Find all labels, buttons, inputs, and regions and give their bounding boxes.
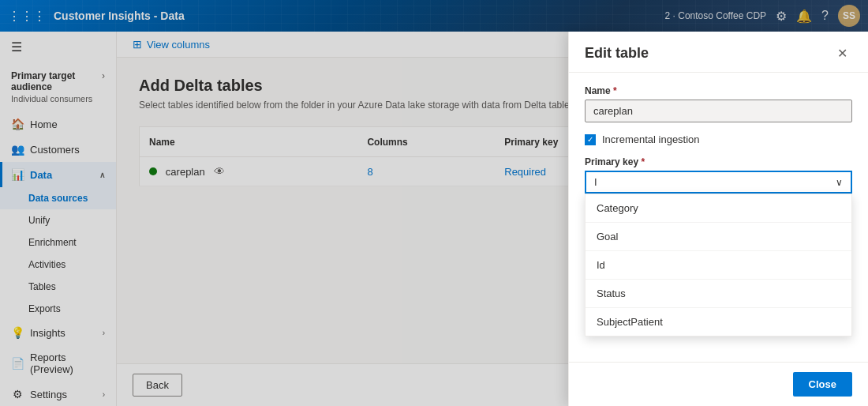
back-button[interactable]: Back xyxy=(133,374,182,397)
data-icon: 📊 xyxy=(11,168,24,181)
sidebar-item-unify[interactable]: Unify xyxy=(0,209,116,231)
settings-icon[interactable]: ⚙ xyxy=(776,9,787,24)
primary-key-search-input[interactable] xyxy=(594,176,836,188)
sidebar-item-reports[interactable]: 📄 Reports (Preview) xyxy=(0,345,116,382)
sidebar-item-data-sources[interactable]: Data sources xyxy=(0,187,116,209)
sidebar-item-customers[interactable]: 👥 Customers xyxy=(0,137,116,162)
primary-key-dropdown: ∨ Category Goal Id Status SubjectPatient xyxy=(585,171,852,194)
grid-icon[interactable]: ⋮⋮⋮ xyxy=(8,9,46,24)
customers-icon: 👥 xyxy=(11,143,24,156)
insights-arrow-icon: › xyxy=(103,329,105,337)
sidebar: ☰ › Primary target audience Individual c… xyxy=(0,32,117,406)
help-icon[interactable]: ? xyxy=(821,9,829,23)
primary-target-title: Primary target audience xyxy=(11,70,105,92)
dropdown-input-row[interactable]: ∨ xyxy=(585,171,852,194)
row-columns: 8 xyxy=(357,157,495,186)
sidebar-item-home-label: Home xyxy=(30,118,58,130)
close-panel-button[interactable]: ✕ xyxy=(832,44,852,62)
sidebar-sub-label-activities: Activities xyxy=(28,259,65,270)
sidebar-sub-label-unify: Unify xyxy=(28,215,50,226)
sidebar-item-enrichment[interactable]: Enrichment xyxy=(0,231,116,254)
primary-target-subtitle: Individual consumers xyxy=(11,94,105,103)
insights-icon: 💡 xyxy=(11,326,24,339)
status-dot xyxy=(149,167,157,175)
name-field-label: Name * xyxy=(585,85,852,96)
col-header-name: Name xyxy=(140,127,358,157)
edit-panel: Edit table ✕ Name * Incremental ingestio… xyxy=(568,32,868,406)
primary-target-section: › Primary target audience Individual con… xyxy=(0,62,116,111)
dropdown-option-category[interactable]: Category xyxy=(586,194,851,223)
edit-panel-header: Edit table ✕ xyxy=(569,32,868,73)
sidebar-sub-label-tables: Tables xyxy=(28,281,56,292)
notifications-icon[interactable]: 🔔 xyxy=(796,9,812,24)
edit-panel-body: Name * Incremental ingestion Primary key… xyxy=(569,73,868,362)
dropdown-option-subjectpatient[interactable]: SubjectPatient xyxy=(586,308,851,336)
primary-target-arrow[interactable]: › xyxy=(102,70,105,81)
dropdown-chevron-icon[interactable]: ∨ xyxy=(836,177,843,188)
dropdown-list: Category Goal Id Status SubjectPatient xyxy=(585,194,852,336)
sidebar-item-insights-label: Insights xyxy=(30,327,65,339)
reports-icon: 📄 xyxy=(11,357,24,370)
sidebar-item-home[interactable]: 🏠 Home xyxy=(0,111,116,137)
topbar: ⋮⋮⋮ Customer Insights - Data 2 · Contoso… xyxy=(0,0,868,32)
sidebar-item-customers-label: Customers xyxy=(30,144,80,156)
required-link[interactable]: Required xyxy=(504,166,546,178)
sidebar-item-insights[interactable]: 💡 Insights › xyxy=(0,320,116,345)
sidebar-item-exports[interactable]: Exports xyxy=(0,298,116,320)
home-icon: 🏠 xyxy=(11,118,24,130)
row-eye-icon[interactable]: 👁 xyxy=(214,165,225,178)
incremental-ingestion-checkbox[interactable] xyxy=(585,134,596,145)
edit-panel-footer: Close xyxy=(569,362,868,406)
sidebar-sub-label-enrichment: Enrichment xyxy=(28,237,77,248)
name-input[interactable] xyxy=(585,100,852,122)
settings-nav-icon: ⚙ xyxy=(11,388,24,400)
sidebar-sub-label-exports: Exports xyxy=(28,303,61,314)
sidebar-sub-label-data-sources: Data sources xyxy=(28,193,88,204)
edit-panel-title: Edit table xyxy=(585,45,649,62)
incremental-ingestion-label: Incremental ingestion xyxy=(602,133,700,145)
view-columns-icon: ⊞ xyxy=(133,38,142,51)
avatar[interactable]: SS xyxy=(838,5,860,27)
dropdown-option-goal[interactable]: Goal xyxy=(586,223,851,251)
col-header-columns: Columns xyxy=(357,127,495,157)
row-status-name: careplan 👁 xyxy=(140,157,358,186)
columns-count[interactable]: 8 xyxy=(367,166,372,178)
sidebar-item-activities[interactable]: Activities xyxy=(0,254,116,276)
dropdown-option-status[interactable]: Status xyxy=(586,280,851,308)
settings-arrow-icon: › xyxy=(103,390,105,399)
data-arrow-icon: ∧ xyxy=(99,171,105,179)
sidebar-item-data[interactable]: 📊 Data ∧ xyxy=(0,162,116,187)
app-title: Customer Insights - Data xyxy=(54,9,657,22)
dropdown-option-id[interactable]: Id xyxy=(586,251,851,280)
sidebar-item-reports-label: Reports (Preview) xyxy=(30,351,105,375)
incremental-ingestion-row: Incremental ingestion xyxy=(585,133,852,145)
sidebar-item-settings-label: Settings xyxy=(30,389,67,400)
sidebar-item-settings[interactable]: ⚙ Settings › xyxy=(0,382,116,406)
hamburger-menu[interactable]: ☰ xyxy=(0,32,116,62)
view-columns-link[interactable]: View columns xyxy=(147,39,210,51)
row-name: careplan xyxy=(166,166,205,178)
sidebar-item-tables[interactable]: Tables xyxy=(0,276,116,298)
primary-key-field-label: Primary key * xyxy=(585,156,852,167)
tenant-label: 2 · Contoso Coffee CDP xyxy=(665,10,767,21)
topbar-right: 2 · Contoso Coffee CDP ⚙ 🔔 ? SS xyxy=(665,5,860,27)
close-footer-button[interactable]: Close xyxy=(793,372,852,397)
sidebar-item-data-label: Data xyxy=(30,169,52,181)
